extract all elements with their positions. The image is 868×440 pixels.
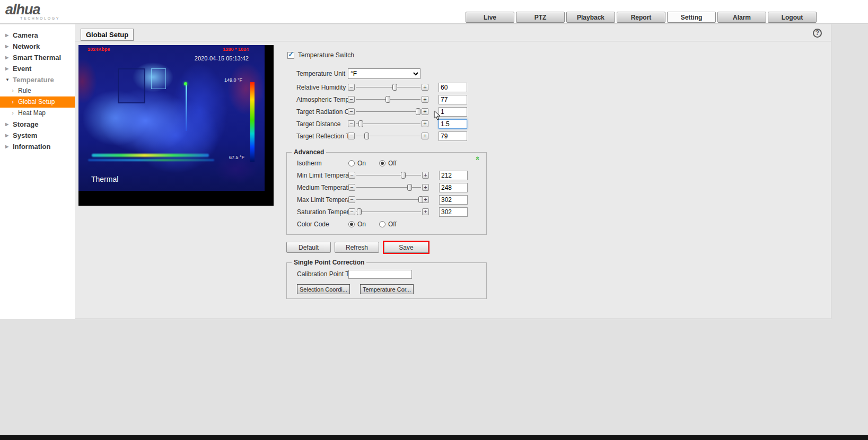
slider-label: Target Distance (296, 120, 348, 128)
plus-button[interactable]: + (422, 96, 428, 103)
slider-track[interactable] (356, 171, 421, 179)
minus-button[interactable]: − (348, 108, 355, 115)
temperature-unit-select[interactable]: °F (348, 68, 420, 79)
sidebar-item-event[interactable]: ▶ Event (0, 63, 75, 74)
temperature-switch-label: Temperature Switch (298, 51, 354, 59)
single-point-buttons: Selection Coordi... Temperature Cor... (287, 284, 486, 294)
default-button[interactable]: Default (286, 242, 331, 253)
sidebar-item-global-setup[interactable]: › Global Setup (0, 96, 75, 108)
slider-track[interactable] (356, 95, 420, 103)
minus-button[interactable]: − (348, 84, 355, 91)
minus-button[interactable]: − (348, 120, 355, 127)
value-input[interactable] (439, 107, 467, 117)
value-input[interactable] (439, 195, 468, 205)
minus-button[interactable]: − (348, 96, 355, 103)
sidebar-item-camera[interactable]: ▶ Camera (0, 30, 75, 41)
slider-row-relative-humidity: Relative Humidity − + (286, 81, 496, 93)
sidebar-item-storage[interactable]: ▶ Storage (0, 119, 75, 130)
isotherm-off-radio[interactable] (379, 160, 385, 166)
slider-track[interactable] (356, 108, 420, 116)
slider-handle[interactable] (364, 133, 369, 139)
slider-label: Min Limit Temperat... (297, 172, 348, 179)
value-input[interactable] (439, 95, 467, 104)
slider-handle[interactable] (385, 96, 390, 103)
minus-button[interactable]: − (348, 133, 355, 139)
color-code-label: Color Code (297, 221, 348, 228)
save-button[interactable]: Save (384, 242, 428, 253)
plus-button[interactable]: + (422, 208, 429, 215)
plus-button[interactable]: + (422, 172, 429, 179)
nav-setting[interactable]: Setting (667, 12, 716, 23)
radio-label: Off (388, 221, 397, 228)
chevron-right-icon: › (12, 85, 14, 96)
slider-handle[interactable] (407, 184, 412, 191)
sidebar: ▶ Camera ▶ Network ▶ Smart Thermal ▶ Eve… (0, 24, 75, 319)
sidebar-item-information[interactable]: ▶ Information (0, 141, 75, 152)
chevron-right-icon: ▶ (5, 30, 8, 41)
tab-global-setup[interactable]: Global Setup (81, 29, 134, 41)
sidebar-item-rule[interactable]: › Rule (0, 85, 75, 96)
slider-track[interactable] (356, 83, 420, 91)
plus-button[interactable]: + (422, 120, 428, 127)
nav-report[interactable]: Report (617, 12, 665, 23)
slider-handle[interactable] (357, 208, 362, 215)
slider-track[interactable] (356, 196, 421, 204)
value-input[interactable] (439, 119, 467, 129)
sidebar-item-temperature[interactable]: ▼ Temperature (0, 74, 75, 85)
value-input[interactable] (439, 207, 468, 217)
value-input[interactable] (439, 183, 468, 192)
slider-row-saturation-temperature: Saturation Tempera... − + (287, 206, 486, 218)
global-setup-form: ✓ Temperature Switch Temperature Unit °F… (286, 48, 496, 299)
slider-track[interactable] (356, 208, 421, 216)
plus-button[interactable]: + (422, 196, 429, 203)
slider-handle[interactable] (358, 120, 363, 127)
brand-tagline: TECHNOLOGY (20, 16, 60, 20)
collapse-icon[interactable]: « (475, 156, 481, 160)
value-input[interactable] (439, 171, 468, 180)
dahua-logo: alhua TECHNOLOGY (5, 2, 60, 20)
help-icon[interactable]: ? (813, 29, 822, 38)
value-input[interactable] (439, 131, 467, 141)
plus-button[interactable]: + (422, 108, 428, 115)
slider-handle[interactable] (418, 196, 423, 203)
color-code-off-radio[interactable] (379, 221, 385, 227)
slider-track[interactable] (356, 132, 420, 140)
plus-button[interactable]: + (422, 133, 428, 139)
minus-button[interactable]: − (348, 184, 355, 191)
slider-handle[interactable] (401, 172, 406, 179)
sidebar-item-heat-map[interactable]: › Heat Map (0, 108, 75, 119)
sidebar-item-network[interactable]: ▶ Network (0, 41, 75, 52)
value-input[interactable] (439, 83, 467, 92)
sidebar-item-label: System (13, 131, 37, 139)
minus-button[interactable]: − (348, 196, 355, 203)
refresh-button[interactable]: Refresh (335, 242, 379, 253)
plus-button[interactable]: + (422, 84, 428, 91)
nav-live[interactable]: Live (466, 12, 514, 23)
slider-label: Atmospheric Tempe... (296, 96, 348, 103)
sidebar-item-smart-thermal[interactable]: ▶ Smart Thermal (0, 52, 75, 63)
isotherm-on-radio[interactable] (348, 160, 355, 166)
nav-alarm[interactable]: Alarm (717, 12, 766, 23)
temperature-switch-checkbox[interactable]: ✓ (287, 52, 294, 59)
page: alhua TECHNOLOGY Live PTZ Playback Repor… (0, 0, 868, 440)
slider-handle[interactable] (416, 108, 420, 115)
color-code-on-radio[interactable] (348, 221, 355, 227)
sidebar-item-label: Information (13, 143, 51, 151)
sidebar-item-label: Event (13, 65, 31, 73)
plus-button[interactable]: + (422, 184, 429, 191)
calibration-input[interactable] (348, 270, 412, 279)
slider-track[interactable] (356, 120, 420, 128)
minus-button[interactable]: − (348, 172, 355, 179)
minus-button[interactable]: − (348, 208, 355, 215)
temperature-correction-button[interactable]: Temperature Cor... (360, 284, 414, 294)
nav-logout[interactable]: Logout (768, 12, 817, 23)
sidebar-item-system[interactable]: ▶ System (0, 130, 75, 141)
scale-min-label: 67.5 °F (229, 155, 244, 160)
slider-label: Target Reflection T... (296, 133, 348, 140)
selection-coordinates-button[interactable]: Selection Coordi... (297, 284, 350, 294)
slider-handle[interactable] (392, 84, 397, 91)
thermal-preview: 1024Kbps 1280 * 1024 2020-04-15 05:13:42… (78, 45, 274, 206)
nav-playback[interactable]: Playback (566, 12, 615, 23)
nav-ptz[interactable]: PTZ (516, 12, 565, 23)
slider-track[interactable] (356, 183, 421, 191)
